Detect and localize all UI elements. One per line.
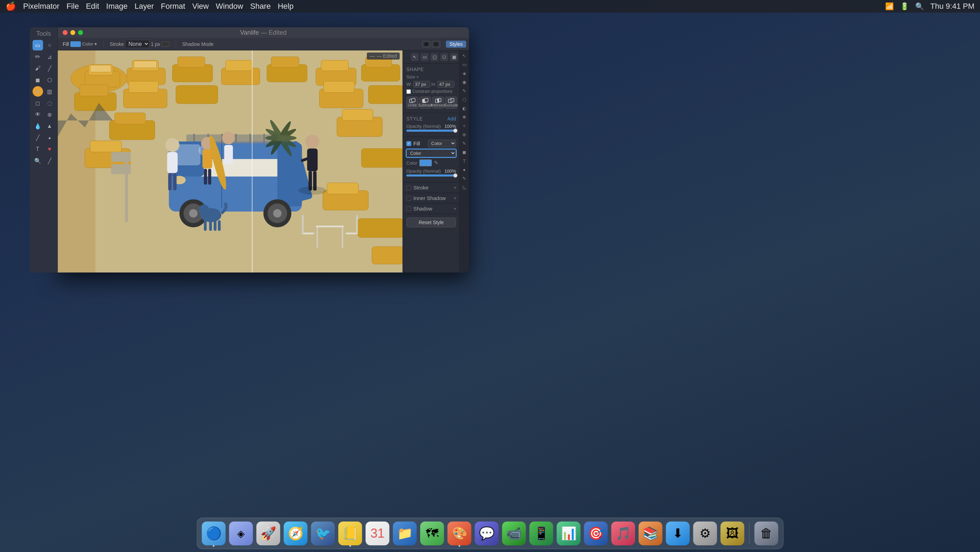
tool-color[interactable]: ●	[33, 86, 43, 97]
intersect-button[interactable]: Intersect	[432, 97, 444, 108]
stroke-checkbox[interactable]	[406, 185, 411, 190]
unite-button[interactable]: Unite	[406, 97, 418, 108]
dock-facetime[interactable]: 📹	[502, 522, 526, 546]
search-icon[interactable]: 🔍	[915, 2, 924, 11]
edge-icon-5[interactable]: ✎	[462, 88, 466, 94]
menu-layer[interactable]: Layer	[134, 2, 154, 11]
color-swatch[interactable]	[419, 160, 432, 166]
dock-notes[interactable]: 📒	[339, 522, 362, 546]
menu-share[interactable]: Share	[250, 2, 271, 11]
menu-view[interactable]: View	[192, 2, 208, 11]
dock-finder[interactable]: 🔵	[202, 522, 226, 546]
edge-icon-1[interactable]: ↖	[462, 53, 466, 59]
toolbar-shadow[interactable]: Shadow Mode	[180, 41, 216, 48]
edge-icon-4[interactable]: ◉	[462, 80, 466, 85]
menu-file[interactable]: File	[67, 2, 79, 11]
toolbar-fill[interactable]: Fill Color ▾	[60, 41, 99, 48]
styles-button[interactable]: Styles	[446, 41, 466, 48]
dock-numbers[interactable]: 📊	[557, 522, 581, 546]
mode-btn-2[interactable]: ⊖	[432, 41, 440, 47]
dock-calendar[interactable]: 31	[366, 522, 390, 546]
edge-icon-8[interactable]: ❋	[462, 115, 466, 120]
fill-checkbox[interactable]: ✓	[406, 141, 411, 146]
edge-icon-6[interactable]: ⬡	[462, 97, 466, 102]
tool-line[interactable]: ╱	[45, 63, 55, 73]
subtract-button[interactable]: Subtract	[419, 97, 431, 108]
edge-icon-14[interactable]: ●	[463, 167, 466, 172]
dock-trash[interactable]: 🗑	[755, 522, 778, 546]
inner-shadow-header[interactable]: Inner Shadow ▾	[406, 195, 456, 201]
tool-blur[interactable]: ◌	[45, 98, 55, 108]
dock-books[interactable]: 📚	[639, 522, 663, 546]
color-type-select[interactable]: Color	[406, 149, 456, 157]
tool-shape[interactable]: ⬡	[45, 75, 55, 85]
edge-icon-12[interactable]: ◼	[462, 150, 466, 155]
menu-help[interactable]: Help	[278, 2, 293, 11]
menu-format[interactable]: Format	[161, 2, 186, 11]
edge-icon-13[interactable]: T	[463, 158, 466, 164]
dock-music[interactable]: 🎵	[611, 522, 635, 546]
dock-maps[interactable]: 🗺	[420, 522, 444, 546]
edge-icon-16[interactable]: ◺	[463, 185, 466, 190]
dock-launchpad[interactable]: 🚀	[256, 522, 280, 546]
dock-safari[interactable]: 🧭	[284, 522, 308, 546]
exclude-button[interactable]: Exclude	[445, 97, 457, 108]
toolbar-stroke[interactable]: Stroke None Color 1 px	[108, 39, 172, 49]
reset-style-button[interactable]: Reset Style	[406, 217, 456, 227]
panel-icon-shapes[interactable]: ⬡	[440, 53, 448, 61]
tool-heart[interactable]: ♥	[45, 144, 55, 155]
opacity-slider-thumb[interactable]	[453, 129, 457, 133]
stroke-header[interactable]: Stroke ▾	[406, 185, 456, 191]
tool-gradient[interactable]: ▥	[45, 86, 55, 97]
width-input[interactable]	[414, 81, 430, 88]
height-input[interactable]	[438, 81, 454, 88]
constrain-checkbox[interactable]	[406, 89, 411, 94]
panel-icon-cursor[interactable]: ↖	[411, 53, 418, 61]
tool-fill[interactable]: ◼	[33, 75, 43, 85]
inner-shadow-checkbox[interactable]	[406, 196, 411, 201]
menu-image[interactable]: Image	[106, 2, 127, 11]
menu-app-name[interactable]: Pixelmator	[23, 2, 59, 11]
menu-edit[interactable]: Edit	[86, 2, 99, 11]
dock-keynote[interactable]: 🎯	[584, 522, 608, 546]
dock-pixelmator[interactable]: 🎨	[448, 522, 471, 546]
tool-eraser[interactable]: ◻	[33, 98, 43, 108]
tool-vector[interactable]: ⊿	[45, 51, 55, 62]
panel-icon-grid[interactable]: ▦	[450, 53, 458, 61]
edge-icon-10[interactable]: ⊛	[462, 132, 466, 137]
color-edit-icon[interactable]: ✎	[434, 160, 439, 166]
opacity-slider[interactable]	[406, 129, 456, 132]
edge-icon-9[interactable]: ✧	[462, 123, 466, 129]
close-button[interactable]	[63, 30, 68, 35]
stroke-type-select[interactable]: None Color	[125, 40, 150, 48]
dock-mobilestore[interactable]: 📱	[530, 522, 554, 546]
tool-eye[interactable]: 👁	[33, 109, 43, 120]
fill-type-select[interactable]: Color Gradient Pattern	[428, 140, 456, 147]
dock-siri[interactable]: ◈	[229, 522, 253, 546]
tool-clone[interactable]: 💧	[33, 121, 43, 131]
fill-opacity-thumb[interactable]	[453, 173, 457, 177]
dock-photos[interactable]: 🖼	[721, 522, 745, 546]
tool-crop[interactable]: ╱	[33, 132, 43, 143]
tool-hand2[interactable]: ⊕	[45, 109, 55, 120]
mode-btn-1[interactable]: ⊕	[422, 41, 431, 47]
shadow-checkbox[interactable]	[406, 206, 411, 211]
tool-pen[interactable]: ✏	[33, 51, 43, 62]
tool-text[interactable]: T	[33, 144, 43, 155]
fill-color-swatch[interactable]	[70, 41, 81, 47]
tool-smudge[interactable]: ▲	[45, 121, 55, 131]
dock-discord[interactable]: 💬	[475, 522, 499, 546]
edge-icon-2[interactable]: ▭	[462, 62, 466, 67]
tool-custom[interactable]: ╱	[45, 156, 55, 166]
tool-paint[interactable]: 🖌	[33, 63, 43, 73]
edge-icon-3[interactable]: ◈	[463, 71, 466, 76]
panel-icon-rect[interactable]: ▭	[421, 53, 428, 61]
edge-icon-15[interactable]: ✎	[462, 176, 466, 181]
edge-icon-11[interactable]: ✎	[462, 141, 466, 146]
dock-bird[interactable]: 🐦	[311, 522, 335, 546]
tool-selection[interactable]: ▭	[33, 40, 43, 50]
maximize-button[interactable]	[78, 30, 83, 35]
fill-opacity-slider[interactable]	[406, 174, 456, 177]
apple-menu[interactable]: 🍎	[6, 2, 16, 11]
edge-icon-7[interactable]: ◐	[462, 106, 466, 111]
